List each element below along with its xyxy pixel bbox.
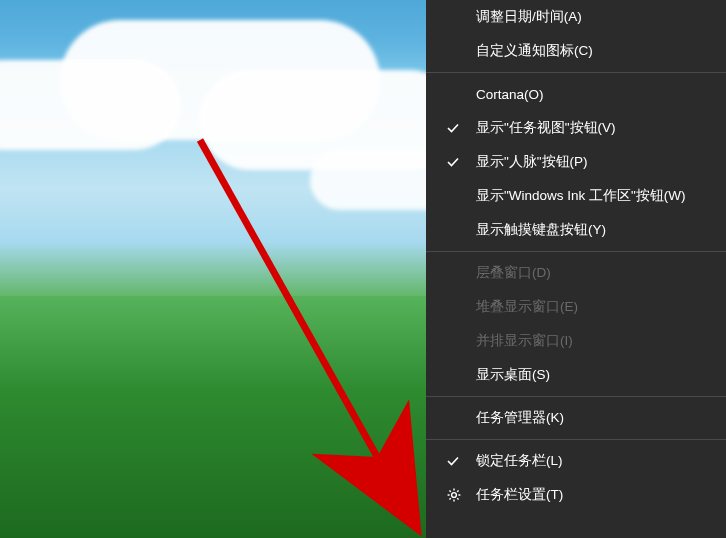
taskbar-context-menu: 调整日期/时间(A) 自定义通知图标(C) Cortana(O) 显示"任务视图… [426,0,726,538]
menu-item-label: 任务管理器(K) [476,409,564,427]
menu-item-side-by-side: 并排显示窗口(I) [426,324,726,358]
menu-item-label: Cortana(O) [476,87,544,102]
grass-decoration [0,296,426,538]
menu-item-show-ink-workspace-btn[interactable]: 显示"Windows Ink 工作区"按钮(W) [426,179,726,213]
check-icon [446,155,460,169]
menu-item-cortana[interactable]: Cortana(O) [426,77,726,111]
menu-item-cascade-windows: 层叠窗口(D) [426,256,726,290]
gear-icon [446,487,462,503]
menu-item-label: 显示"任务视图"按钮(V) [476,119,616,137]
menu-item-label: 显示"Windows Ink 工作区"按钮(W) [476,187,686,205]
menu-item-taskbar-settings[interactable]: 任务栏设置(T) [426,478,726,512]
check-icon [446,121,460,135]
menu-item-adjust-datetime[interactable]: 调整日期/时间(A) [426,0,726,34]
menu-item-label: 任务栏设置(T) [476,486,563,504]
menu-item-label: 并排显示窗口(I) [476,332,573,350]
menu-item-show-people-btn[interactable]: 显示"人脉"按钮(P) [426,145,726,179]
menu-item-stack-windows: 堆叠显示窗口(E) [426,290,726,324]
menu-separator [426,439,726,440]
menu-item-label: 调整日期/时间(A) [476,8,582,26]
menu-separator [426,251,726,252]
menu-item-task-manager[interactable]: 任务管理器(K) [426,401,726,435]
menu-item-label: 自定义通知图标(C) [476,42,593,60]
menu-item-show-taskview-btn[interactable]: 显示"任务视图"按钮(V) [426,111,726,145]
menu-separator [426,396,726,397]
menu-item-label: 显示触摸键盘按钮(Y) [476,221,606,239]
menu-item-show-touch-keyboard-btn[interactable]: 显示触摸键盘按钮(Y) [426,213,726,247]
cloud-decoration [0,60,180,150]
menu-item-label: 显示"人脉"按钮(P) [476,153,588,171]
check-icon [446,454,460,468]
menu-item-label: 堆叠显示窗口(E) [476,298,578,316]
menu-item-label: 锁定任务栏(L) [476,452,563,470]
menu-item-customize-notify-icons[interactable]: 自定义通知图标(C) [426,34,726,68]
screenshot-root: 调整日期/时间(A) 自定义通知图标(C) Cortana(O) 显示"任务视图… [0,0,726,538]
desktop-wallpaper [0,0,426,538]
cloud-decoration [310,150,426,210]
menu-item-label: 显示桌面(S) [476,366,550,384]
menu-item-show-desktop[interactable]: 显示桌面(S) [426,358,726,392]
menu-separator [426,72,726,73]
svg-point-0 [452,493,457,498]
menu-item-label: 层叠窗口(D) [476,264,551,282]
menu-item-lock-taskbar[interactable]: 锁定任务栏(L) [426,444,726,478]
